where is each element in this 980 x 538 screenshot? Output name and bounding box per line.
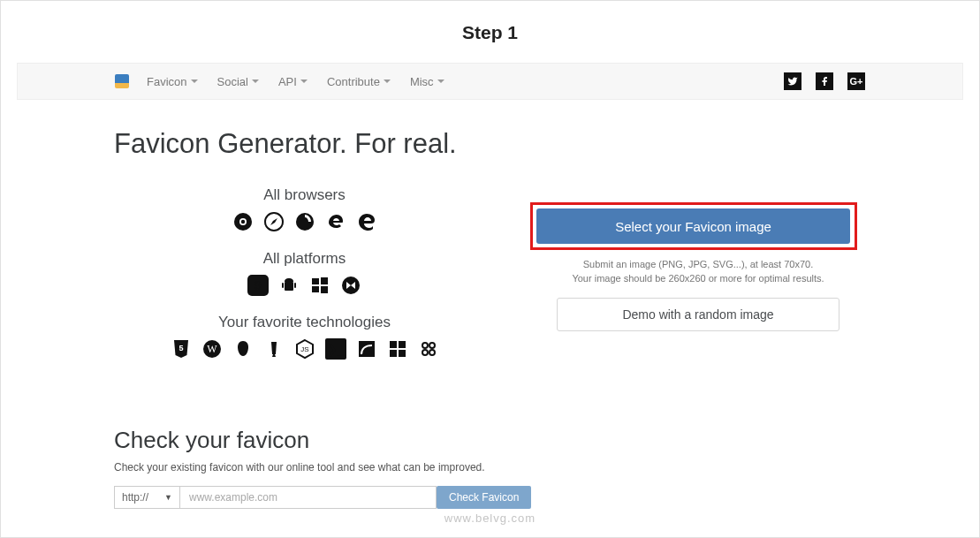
- upload-hint-1: Submit an image (PNG, JPG, SVG...), at l…: [530, 259, 866, 269]
- demo-button[interactable]: Demo with a random image: [557, 298, 839, 331]
- site-logo[interactable]: [115, 74, 129, 88]
- svg-rect-11: [321, 277, 328, 284]
- chevron-down-icon: ▼: [164, 493, 172, 502]
- svg-point-27: [429, 350, 435, 355]
- chevron-down-icon: [384, 80, 391, 83]
- edge-icon: [356, 211, 377, 232]
- nav-misc[interactable]: Misc: [410, 75, 444, 88]
- svg-rect-13: [321, 286, 328, 293]
- firefox-icon: [294, 211, 315, 232]
- ios-icon: 9: [247, 275, 269, 296]
- cli-icon: ❯_: [325, 338, 346, 360]
- svg-rect-21: [399, 341, 406, 348]
- url-input[interactable]: [180, 486, 437, 509]
- aspnet-icon: [418, 338, 439, 360]
- nav-social[interactable]: Social: [217, 75, 259, 88]
- svg-point-25: [429, 343, 435, 348]
- chevron-down-icon: [252, 80, 259, 83]
- wordpress-icon: W: [201, 338, 223, 360]
- svg-rect-23: [399, 350, 406, 357]
- platforms-icons: 9: [114, 275, 495, 296]
- svg-point-26: [422, 350, 428, 355]
- microsoft-icon: [387, 338, 408, 360]
- facebook-icon[interactable]: [816, 72, 833, 90]
- nav-api[interactable]: API: [278, 75, 308, 88]
- rails-icon: [356, 338, 377, 360]
- nodejs-icon: JS: [294, 338, 315, 360]
- chevron-down-icon: [437, 80, 444, 83]
- watermark: www.belvg.com: [1, 511, 979, 525]
- android-icon: [278, 275, 300, 296]
- grunt-icon: [232, 338, 254, 360]
- gulp-icon: [263, 338, 285, 360]
- select-image-highlight: Select your Favicon image: [530, 202, 857, 250]
- svg-rect-12: [312, 286, 319, 292]
- twitter-icon[interactable]: [784, 72, 801, 90]
- check-title: Check your favicon: [114, 427, 866, 454]
- nav-contribute[interactable]: Contribute: [327, 75, 391, 88]
- svg-rect-5: [285, 282, 293, 291]
- platforms-label: All platforms: [114, 250, 495, 268]
- svg-point-24: [422, 343, 428, 348]
- macos-icon: [340, 275, 361, 296]
- svg-rect-9: [294, 283, 296, 288]
- svg-text:W: W: [207, 343, 217, 355]
- chrome-icon: [232, 211, 254, 232]
- step-heading: Step 1: [1, 22, 979, 43]
- browsers-label: All browsers: [114, 186, 495, 204]
- check-description: Check your existing favicon with our onl…: [114, 461, 866, 474]
- ie-icon: [325, 211, 346, 232]
- tech-label: Your favorite technologies: [114, 314, 495, 331]
- chevron-down-icon: [300, 80, 308, 83]
- svg-rect-19: [359, 341, 375, 357]
- html5-icon: 5: [171, 338, 192, 360]
- svg-rect-20: [390, 341, 397, 348]
- svg-rect-10: [312, 278, 319, 284]
- protocol-select[interactable]: http:// ▼: [114, 486, 180, 509]
- nav-favicon[interactable]: Favicon: [147, 75, 198, 88]
- svg-text:JS: JS: [300, 345, 308, 353]
- select-favicon-button[interactable]: Select your Favicon image: [536, 208, 850, 244]
- check-favicon-button[interactable]: Check Favicon: [437, 486, 531, 509]
- page-title: Favicon Generator. For real.: [114, 128, 495, 160]
- browsers-icons: [114, 211, 495, 232]
- svg-point-2: [240, 220, 244, 224]
- safari-icon: [263, 211, 285, 232]
- chevron-down-icon: [191, 80, 198, 83]
- svg-rect-22: [390, 350, 397, 357]
- navbar: Favicon Social API Contribute Misc G+: [17, 63, 963, 100]
- upload-hint-2: Your image should be 260x260 or more for…: [530, 273, 866, 284]
- svg-text:5: 5: [179, 344, 183, 352]
- googleplus-icon[interactable]: G+: [847, 72, 865, 90]
- svg-rect-8: [282, 283, 284, 288]
- tech-icons: 5 W JS ❯_: [114, 338, 495, 360]
- windows-icon: [309, 275, 330, 296]
